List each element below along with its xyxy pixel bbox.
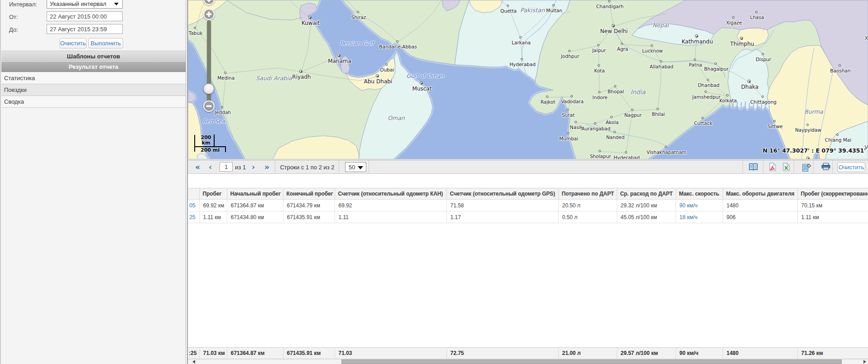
- scroll-right-arrow[interactable]: [861, 359, 867, 364]
- column-header[interactable]: Счетчик (относительный одометр КАН): [335, 188, 446, 200]
- zoom-slider-handle[interactable]: [203, 83, 214, 94]
- horizontal-scrollbar[interactable]: [188, 359, 868, 364]
- totals-cell: 90 км/ч: [676, 348, 723, 359]
- city-label: Indore: [592, 95, 607, 100]
- city-label: Lhasa: [750, 14, 764, 20]
- column-header[interactable]: Макс. скорость: [676, 188, 723, 200]
- toolbar-separator: [369, 160, 369, 173]
- from-label: От:: [9, 14, 18, 20]
- table-cell: 1480: [723, 200, 797, 211]
- templates-section-header[interactable]: Шаблоны отчетов: [1, 51, 186, 61]
- region-label: Burma: [804, 108, 823, 115]
- city-label: Dispur: [756, 57, 771, 62]
- column-header[interactable]: Потрачено по ДАРТ: [558, 188, 617, 200]
- report-table-item[interactable]: Статистика: [1, 72, 186, 84]
- city-dot-icon: [625, 151, 627, 153]
- table-cell-link[interactable]: 18 км/ч: [680, 214, 698, 220]
- column-header[interactable]: Ср. расход по ДАРТ: [617, 188, 676, 200]
- app-window: Интервал: Указанный интервал От: До: Очи…: [0, 0, 868, 364]
- table-cell: 05: [188, 200, 199, 211]
- print-icon[interactable]: [821, 163, 831, 172]
- column-header[interactable]: Счетчик (относительный одометр GPS): [446, 188, 558, 200]
- last-page-button[interactable]: »: [264, 163, 269, 172]
- chevron-down-icon: [358, 166, 363, 169]
- totals-cell: 29.57 л/100 км: [617, 348, 676, 359]
- scrollbar-thumb[interactable]: [341, 359, 842, 364]
- totals-cell: 71.03: [335, 348, 446, 359]
- city-dot-icon: [695, 34, 698, 38]
- city-label: Vadodara: [561, 99, 584, 104]
- city-label: Chittagong: [750, 99, 777, 105]
- city-dot-icon: [571, 95, 573, 97]
- table-cell: 69.92 км: [199, 200, 227, 211]
- interval-select[interactable]: Указанный интервал: [47, 0, 123, 9]
- from-date-input[interactable]: [47, 11, 123, 21]
- city-label: Nanded: [606, 134, 625, 140]
- column-header[interactable]: Пробег: [199, 188, 227, 200]
- city-label: Larkana: [512, 40, 531, 45]
- report-table-item[interactable]: Поездки: [1, 84, 186, 96]
- column-header[interactable]: Конечный пробег: [283, 188, 335, 200]
- city-dot-icon: [694, 58, 696, 61]
- zoom-out-button[interactable]: [203, 101, 215, 112]
- city-label: Bandar-e-Abbas: [379, 44, 417, 49]
- table-cell-link[interactable]: 25: [189, 214, 195, 220]
- map-coordinates-readout: N 16° 47.3027' : E 079° 39.4351': [762, 147, 866, 154]
- export-excel-icon[interactable]: [783, 163, 793, 172]
- table-cell: 45.05 л/100 км: [617, 211, 676, 223]
- city-dot-icon: [507, 5, 509, 7]
- city-dot-icon: [806, 124, 809, 126]
- prev-page-button[interactable]: ‹: [209, 163, 212, 172]
- city-dot-icon: [521, 58, 523, 60]
- city-dot-icon: [657, 108, 659, 110]
- city-label: Abu Dhabi: [364, 78, 392, 85]
- city-label: Surat: [562, 112, 575, 118]
- first-page-button[interactable]: «: [195, 163, 200, 172]
- column-header[interactable]: Макс. обороты двигателя: [723, 188, 797, 200]
- city-label: Thimphu: [730, 41, 754, 47]
- column-header[interactable]: [188, 188, 199, 200]
- city-label: Hyderabad: [614, 155, 640, 159]
- scale-km-unit: km: [199, 140, 213, 146]
- city-dot-icon: [308, 16, 312, 19]
- report-sidebar: Интервал: Указанный интервал От: До: Очи…: [1, 0, 186, 364]
- column-header[interactable]: Начальный пробег: [227, 188, 283, 200]
- table-cell: 18 км/ч: [676, 211, 723, 223]
- report-table-item[interactable]: Сводка: [1, 96, 186, 108]
- execute-button[interactable]: Выполнить: [88, 38, 123, 48]
- scroll-left-arrow[interactable]: [192, 359, 197, 364]
- totals-row: :2571.03 км671364.87 км671435.91 км71.03…: [188, 348, 868, 359]
- city-dot-icon: [420, 81, 423, 85]
- page-number-input[interactable]: [220, 162, 233, 172]
- city-dot-icon: [740, 37, 743, 40]
- report-view-icon[interactable]: [748, 163, 758, 172]
- result-section-header[interactable]: Результат отчета: [1, 62, 186, 72]
- next-page-button[interactable]: ›: [252, 163, 255, 172]
- table-row[interactable]: 0569.92 км671364.87 км671434.79 км69.927…: [188, 200, 868, 211]
- city-label: Kathmandu: [681, 38, 713, 45]
- city-label: Chiang Mai: [825, 137, 851, 143]
- export-pdf-icon[interactable]: [769, 163, 779, 172]
- zoom-in-button[interactable]: [203, 9, 215, 20]
- table-cell: 671364.87 км: [227, 200, 283, 211]
- export-file-icon[interactable]: [802, 163, 812, 172]
- to-date-input[interactable]: [47, 24, 123, 34]
- city-dot-icon: [519, 36, 522, 38]
- page-size-select[interactable]: 50: [345, 162, 366, 172]
- city-dot-icon: [748, 80, 751, 83]
- city-dot-icon: [567, 132, 569, 134]
- table-cell-link[interactable]: 05: [189, 202, 195, 209]
- clear-form-button[interactable]: Очистить: [59, 38, 86, 48]
- totals-cell: 671435.91 км: [283, 348, 335, 359]
- city-dot-icon: [773, 120, 776, 122]
- clear-report-button[interactable]: Очистить: [837, 162, 865, 172]
- toolbar-separator: [813, 160, 814, 173]
- city-label: Cuttack: [694, 120, 713, 126]
- city-label: Medina: [217, 75, 235, 81]
- city-label: Manama: [328, 58, 351, 64]
- map[interactable]: TabukMedinaJeddahRiyadhKuwaitManamaDubai…: [188, 0, 868, 159]
- column-header[interactable]: Пробег (скорректированный): [797, 188, 868, 200]
- table-cell: 29.32 л/100 км: [617, 200, 676, 211]
- table-row[interactable]: 251.11 км671434.80 км671435.91 км1.111.1…: [188, 211, 868, 223]
- table-cell-link[interactable]: 90 км/ч: [680, 202, 698, 209]
